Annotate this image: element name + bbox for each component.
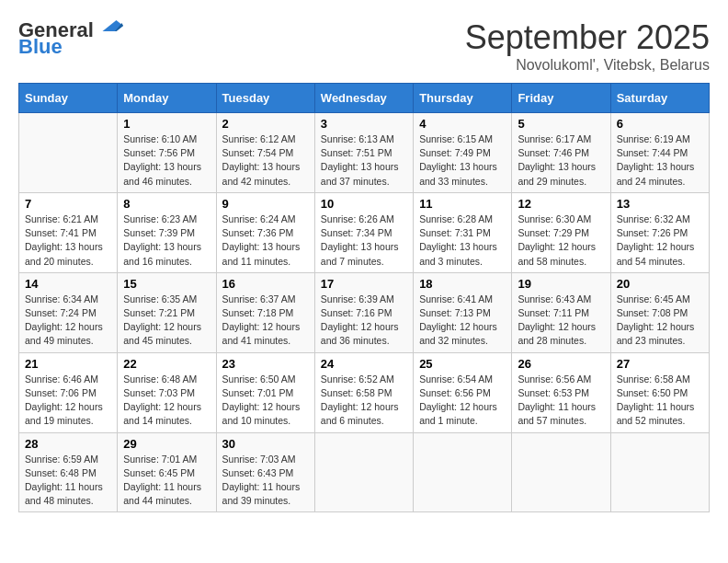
day-info: Sunrise: 6:26 AM Sunset: 7:34 PM Dayligh… [321,213,407,269]
day-number: 1 [123,117,210,131]
day-number: 21 [25,357,111,371]
day-number: 3 [321,117,407,131]
day-info: Sunrise: 6:34 AM Sunset: 7:24 PM Dayligh… [25,293,111,349]
day-number: 13 [617,197,703,211]
header-cell-friday: Friday [512,84,610,113]
day-info: Sunrise: 6:45 AM Sunset: 7:08 PM Dayligh… [617,293,703,349]
day-info: Sunrise: 6:46 AM Sunset: 7:06 PM Dayligh… [25,373,111,429]
week-row-4: 21Sunrise: 6:46 AM Sunset: 7:06 PM Dayli… [19,352,710,432]
day-cell [414,432,512,512]
day-cell: 16Sunrise: 6:37 AM Sunset: 7:18 PM Dayli… [216,272,314,352]
calendar-body: 1Sunrise: 6:10 AM Sunset: 7:56 PM Daylig… [19,113,710,512]
day-number: 11 [419,197,506,211]
day-number: 15 [123,277,210,291]
page-header: General Blue September 2025 Novolukoml',… [18,18,710,74]
day-info: Sunrise: 6:58 AM Sunset: 6:50 PM Dayligh… [617,373,703,429]
day-info: Sunrise: 6:28 AM Sunset: 7:31 PM Dayligh… [419,213,506,269]
day-info: Sunrise: 6:12 AM Sunset: 7:54 PM Dayligh… [222,132,309,189]
calendar-table: SundayMondayTuesdayWednesdayThursdayFrid… [18,83,710,512]
week-row-3: 14Sunrise: 6:34 AM Sunset: 7:24 PM Dayli… [19,272,710,352]
day-info: Sunrise: 6:52 AM Sunset: 6:58 PM Dayligh… [321,373,407,429]
day-cell: 10Sunrise: 6:26 AM Sunset: 7:34 PM Dayli… [314,192,413,272]
day-cell: 25Sunrise: 6:54 AM Sunset: 6:56 PM Dayli… [414,352,512,432]
day-info: Sunrise: 6:37 AM Sunset: 7:18 PM Dayligh… [222,293,309,349]
day-cell: 19Sunrise: 6:43 AM Sunset: 7:11 PM Dayli… [512,272,610,352]
day-info: Sunrise: 6:35 AM Sunset: 7:21 PM Dayligh… [123,293,210,349]
day-cell [314,432,413,512]
day-info: Sunrise: 6:54 AM Sunset: 6:56 PM Dayligh… [419,373,506,429]
calendar-header: SundayMondayTuesdayWednesdayThursdayFrid… [19,84,710,113]
day-cell: 29Sunrise: 7:01 AM Sunset: 6:45 PM Dayli… [118,432,216,512]
header-cell-tuesday: Tuesday [216,84,314,113]
day-number: 26 [518,357,604,371]
day-cell: 12Sunrise: 6:30 AM Sunset: 7:29 PM Dayli… [512,192,610,272]
day-number: 27 [617,357,703,371]
day-info: Sunrise: 6:23 AM Sunset: 7:39 PM Dayligh… [123,213,210,269]
day-cell: 11Sunrise: 6:28 AM Sunset: 7:31 PM Dayli… [414,192,512,272]
day-info: Sunrise: 6:30 AM Sunset: 7:29 PM Dayligh… [518,213,604,269]
day-info: Sunrise: 7:03 AM Sunset: 6:43 PM Dayligh… [222,453,309,509]
day-cell: 21Sunrise: 6:46 AM Sunset: 7:06 PM Dayli… [19,352,118,432]
day-number: 10 [321,197,407,211]
day-cell: 13Sunrise: 6:32 AM Sunset: 7:26 PM Dayli… [610,192,709,272]
header-cell-sunday: Sunday [19,84,118,113]
day-number: 29 [123,437,210,451]
day-cell: 18Sunrise: 6:41 AM Sunset: 7:13 PM Dayli… [414,272,512,352]
day-number: 17 [321,277,407,291]
day-number: 7 [25,197,111,211]
day-cell: 5Sunrise: 6:17 AM Sunset: 7:46 PM Daylig… [512,113,610,193]
day-cell: 22Sunrise: 6:48 AM Sunset: 7:03 PM Dayli… [118,352,216,432]
day-number: 9 [222,197,309,211]
day-info: Sunrise: 6:15 AM Sunset: 7:49 PM Dayligh… [419,132,506,189]
day-cell: 23Sunrise: 6:50 AM Sunset: 7:01 PM Dayli… [216,352,314,432]
day-info: Sunrise: 6:39 AM Sunset: 7:16 PM Dayligh… [321,293,407,349]
day-number: 16 [222,277,309,291]
day-cell [19,113,118,193]
day-cell: 2Sunrise: 6:12 AM Sunset: 7:54 PM Daylig… [216,113,314,193]
day-cell: 1Sunrise: 6:10 AM Sunset: 7:56 PM Daylig… [118,113,216,193]
header-cell-wednesday: Wednesday [314,84,413,113]
day-info: Sunrise: 6:17 AM Sunset: 7:46 PM Dayligh… [518,132,604,189]
day-number: 22 [123,357,210,371]
day-cell: 3Sunrise: 6:13 AM Sunset: 7:51 PM Daylig… [314,113,413,193]
subtitle: Novolukoml', Vitebsk, Belarus [465,57,710,74]
logo: General Blue [18,18,123,59]
main-title: September 2025 [465,18,710,57]
day-cell: 7Sunrise: 6:21 AM Sunset: 7:41 PM Daylig… [19,192,118,272]
day-cell: 30Sunrise: 7:03 AM Sunset: 6:43 PM Dayli… [216,432,314,512]
day-info: Sunrise: 6:43 AM Sunset: 7:11 PM Dayligh… [518,293,604,349]
week-row-1: 1Sunrise: 6:10 AM Sunset: 7:56 PM Daylig… [19,113,710,193]
header-row: SundayMondayTuesdayWednesdayThursdayFrid… [19,84,710,113]
day-info: Sunrise: 6:19 AM Sunset: 7:44 PM Dayligh… [617,132,703,189]
day-info: Sunrise: 6:32 AM Sunset: 7:26 PM Dayligh… [617,213,703,269]
week-row-2: 7Sunrise: 6:21 AM Sunset: 7:41 PM Daylig… [19,192,710,272]
day-number: 2 [222,117,309,131]
day-cell: 8Sunrise: 6:23 AM Sunset: 7:39 PM Daylig… [118,192,216,272]
day-number: 6 [617,117,703,131]
day-number: 25 [419,357,506,371]
day-info: Sunrise: 6:59 AM Sunset: 6:48 PM Dayligh… [25,453,111,509]
day-cell: 17Sunrise: 6:39 AM Sunset: 7:16 PM Dayli… [314,272,413,352]
day-info: Sunrise: 6:21 AM Sunset: 7:41 PM Dayligh… [25,213,111,269]
day-cell: 26Sunrise: 6:56 AM Sunset: 6:53 PM Dayli… [512,352,610,432]
day-number: 5 [518,117,604,131]
day-info: Sunrise: 6:10 AM Sunset: 7:56 PM Dayligh… [123,132,210,189]
day-number: 30 [222,437,309,451]
day-cell: 4Sunrise: 6:15 AM Sunset: 7:49 PM Daylig… [414,113,512,193]
day-info: Sunrise: 6:24 AM Sunset: 7:36 PM Dayligh… [222,213,309,269]
day-number: 8 [123,197,210,211]
day-number: 28 [25,437,111,451]
day-number: 23 [222,357,309,371]
logo-text-blue: Blue [18,35,63,59]
day-cell: 9Sunrise: 6:24 AM Sunset: 7:36 PM Daylig… [216,192,314,272]
week-row-5: 28Sunrise: 6:59 AM Sunset: 6:48 PM Dayli… [19,432,710,512]
day-cell: 28Sunrise: 6:59 AM Sunset: 6:48 PM Dayli… [19,432,118,512]
day-cell: 24Sunrise: 6:52 AM Sunset: 6:58 PM Dayli… [314,352,413,432]
header-cell-monday: Monday [118,84,216,113]
day-cell [512,432,610,512]
day-cell: 15Sunrise: 6:35 AM Sunset: 7:21 PM Dayli… [118,272,216,352]
day-info: Sunrise: 6:13 AM Sunset: 7:51 PM Dayligh… [321,132,407,189]
day-number: 12 [518,197,604,211]
logo-icon [96,17,123,34]
header-cell-saturday: Saturday [610,84,709,113]
